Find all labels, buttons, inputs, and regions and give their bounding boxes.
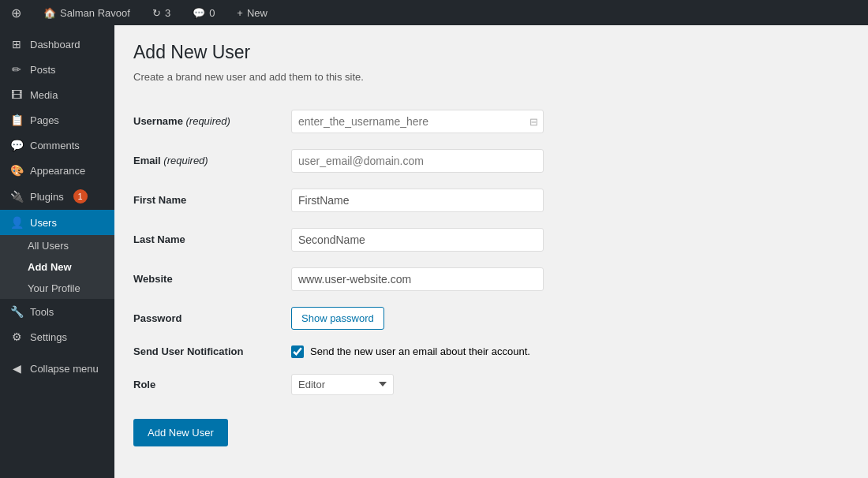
submenu-add-new[interactable]: Add New bbox=[0, 256, 114, 278]
username-label: Username (required) bbox=[133, 115, 230, 127]
wordpress-icon: ⊕ bbox=[11, 6, 21, 21]
firstname-row: First Name bbox=[133, 181, 849, 220]
updates-icon: ↻ bbox=[152, 7, 161, 19]
sidebar-item-appearance-label: Appearance bbox=[30, 165, 85, 177]
add-new-label: Add New bbox=[28, 261, 72, 273]
adminbar-new[interactable]: + New bbox=[232, 0, 272, 25]
lastname-label: Last Name bbox=[133, 233, 185, 245]
your-profile-label: Your Profile bbox=[28, 282, 80, 294]
plugins-badge: 1 bbox=[73, 189, 88, 204]
sidebar-item-users-label: Users bbox=[30, 217, 57, 229]
email-label: Email (required) bbox=[133, 155, 208, 166]
add-new-user-button[interactable]: Add New User bbox=[133, 419, 228, 446]
sidebar-item-plugins-label: Plugins bbox=[30, 191, 64, 203]
website-row: Website bbox=[133, 260, 849, 299]
sidebar-item-users[interactable]: 👤 Users bbox=[0, 210, 114, 235]
adminbar-site[interactable]: 🏠 Salman Ravoof bbox=[39, 0, 135, 25]
sidebar-item-settings[interactable]: ⚙ Settings bbox=[0, 324, 114, 349]
sidebar-item-comments[interactable]: 💬 Comments bbox=[0, 133, 114, 158]
lastname-input[interactable] bbox=[291, 228, 544, 252]
comments-count: 0 bbox=[209, 7, 215, 19]
username-row: Username (required) ⊟ bbox=[133, 102, 849, 141]
adminbar-logo[interactable]: ⊕ bbox=[6, 0, 26, 25]
website-input[interactable] bbox=[291, 267, 544, 291]
tools-icon: 🔧 bbox=[9, 305, 24, 318]
sidebar-item-settings-label: Settings bbox=[30, 331, 67, 343]
pages-icon: 📋 bbox=[9, 114, 24, 126]
firstname-label: First Name bbox=[133, 194, 186, 206]
sidebar-item-media-label: Media bbox=[30, 89, 58, 101]
sidebar-item-dashboard[interactable]: ⊞ Dashboard bbox=[0, 32, 114, 57]
comments-nav-icon: 💬 bbox=[9, 139, 24, 151]
notification-checkbox-row: Send the new user an email about their a… bbox=[291, 345, 849, 358]
page-title: Add New User bbox=[133, 41, 849, 65]
notification-label: Send User Notification bbox=[133, 345, 243, 357]
username-input[interactable] bbox=[291, 110, 544, 133]
sidebar-item-plugins[interactable]: 🔌 Plugins 1 bbox=[0, 183, 114, 210]
sidebar-item-posts-label: Posts bbox=[30, 64, 56, 76]
role-label: Role bbox=[133, 379, 155, 390]
plugins-icon: 🔌 bbox=[9, 190, 24, 203]
sidebar-item-appearance[interactable]: 🎨 Appearance bbox=[0, 158, 114, 183]
settings-icon: ⚙ bbox=[9, 330, 24, 343]
posts-icon: ✏ bbox=[9, 63, 24, 76]
sidebar-item-tools[interactable]: 🔧 Tools bbox=[0, 299, 114, 324]
adminbar-updates[interactable]: ↻ 3 bbox=[148, 0, 175, 25]
appearance-icon: 🎨 bbox=[9, 164, 24, 177]
media-icon: 🎞 bbox=[9, 88, 24, 101]
collapse-icon: ◀ bbox=[9, 362, 24, 375]
submenu-all-users[interactable]: All Users bbox=[0, 235, 114, 256]
show-password-button[interactable]: Show password bbox=[291, 307, 384, 330]
website-label: Website bbox=[133, 273, 173, 285]
notification-text: Send the new user an email about their a… bbox=[310, 345, 530, 357]
collapse-menu[interactable]: ◀ Collapse menu bbox=[0, 356, 114, 381]
new-label: New bbox=[247, 7, 268, 19]
plus-icon: + bbox=[237, 7, 243, 19]
users-icon: 👤 bbox=[9, 216, 24, 229]
username-toggle-icon: ⊟ bbox=[529, 115, 538, 127]
home-icon: 🏠 bbox=[43, 7, 56, 19]
notification-checkbox[interactable] bbox=[291, 345, 304, 358]
main-content: Add New User Create a brand new user and… bbox=[114, 25, 868, 478]
sidebar-item-pages[interactable]: 📋 Pages bbox=[0, 107, 114, 133]
sidebar-item-tools-label: Tools bbox=[30, 306, 54, 318]
submenu-your-profile[interactable]: Your Profile bbox=[0, 278, 114, 299]
firstname-input[interactable] bbox=[291, 189, 544, 212]
password-label: Password bbox=[133, 312, 181, 324]
email-row: Email (required) bbox=[133, 141, 849, 181]
lastname-row: Last Name bbox=[133, 220, 849, 260]
sidebar-item-comments-label: Comments bbox=[30, 140, 80, 151]
users-submenu: All Users Add New Your Profile bbox=[0, 235, 114, 299]
role-row: Role SubscriberContributorAuthorEditorAd… bbox=[133, 366, 849, 403]
updates-count: 3 bbox=[165, 7, 170, 19]
collapse-label: Collapse menu bbox=[30, 363, 99, 375]
site-name: Salman Ravoof bbox=[60, 7, 130, 19]
adminbar-comments[interactable]: 💬 0 bbox=[188, 0, 219, 25]
sidebar-item-media[interactable]: 🎞 Media bbox=[0, 82, 114, 107]
add-user-form: Username (required) ⊟ bbox=[133, 102, 849, 403]
role-select[interactable]: SubscriberContributorAuthorEditorAdminis… bbox=[291, 374, 394, 395]
password-row: Password Show password bbox=[133, 299, 849, 338]
dashboard-icon: ⊞ bbox=[9, 38, 24, 50]
sidebar-item-posts[interactable]: ✏ Posts bbox=[0, 57, 114, 82]
notification-row: Send User Notification Send the new user… bbox=[133, 338, 849, 366]
page-description: Create a brand new user and add them to … bbox=[133, 71, 849, 83]
sidebar: ⊞ Dashboard ✏ Posts 🎞 Media 📋 Pages 💬 Co… bbox=[0, 25, 114, 478]
username-input-wrapper: ⊟ bbox=[291, 110, 544, 133]
comments-icon: 💬 bbox=[193, 7, 205, 19]
all-users-label: All Users bbox=[28, 240, 69, 252]
sidebar-item-dashboard-label: Dashboard bbox=[30, 39, 80, 50]
sidebar-item-pages-label: Pages bbox=[30, 114, 59, 126]
email-input[interactable] bbox=[291, 149, 544, 173]
